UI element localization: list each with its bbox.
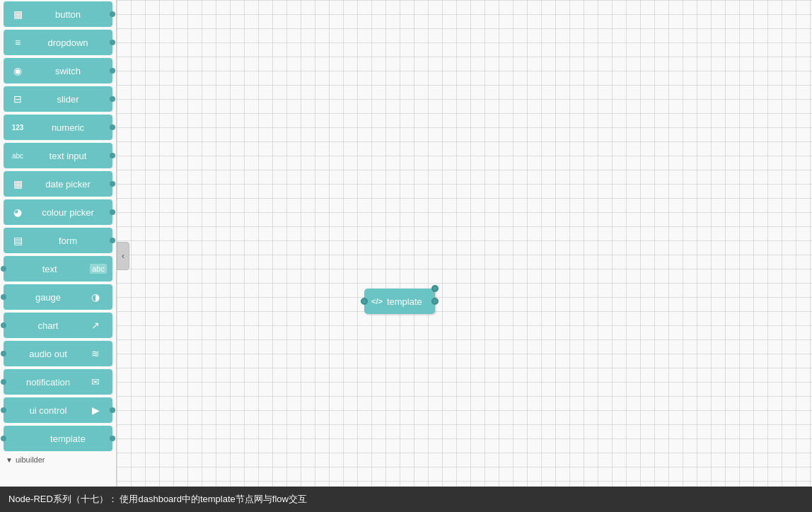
sidebar-item-chart[interactable]: chart ↗ (4, 313, 112, 338)
canvas-template-port-top-right[interactable] (431, 285, 439, 292)
gauge-label: gauge (9, 292, 87, 303)
gauge-port-left (1, 294, 6, 300)
switch-label: switch (29, 66, 107, 76)
numeric-label: numeric (29, 122, 107, 133)
audio-out-icon: ≋ (87, 345, 104, 362)
gauge-icon: ◑ (87, 289, 104, 306)
switch-port-right (110, 68, 115, 74)
sidebar-template-port-right (110, 436, 115, 441)
audio-out-label: audio out (9, 349, 87, 359)
text-input-icon: abc (9, 147, 26, 164)
bottom-bar: Node-RED系列（十七）： 使用dashboard中的template节点网… (0, 487, 812, 512)
canvas-template-port-right[interactable] (431, 298, 439, 305)
canvas[interactable]: </> template (117, 0, 812, 487)
text-label: text (9, 264, 90, 274)
sidebar-template-icon (9, 430, 26, 447)
sidebar-item-text-input[interactable]: abc text input (4, 143, 112, 168)
uibuilder-section-label: uibuilder (16, 455, 45, 464)
ui-control-port-left (1, 407, 6, 413)
text-input-port-right (110, 153, 115, 158)
switch-icon: ◉ (9, 62, 26, 79)
sidebar-collapse-button[interactable]: ‹ (117, 242, 129, 270)
button-port-right (110, 11, 115, 17)
slider-port-right (110, 96, 115, 102)
dropdown-port-right (110, 40, 115, 45)
bottom-bar-text: Node-RED系列（十七）： 使用dashboard中的template节点网… (8, 493, 307, 506)
sidebar-item-gauge[interactable]: gauge ◑ (4, 284, 112, 310)
colour-picker-label: colour picker (29, 207, 107, 218)
sidebar-item-ui-control[interactable]: ui control ▶ (4, 397, 112, 423)
text-badge: abc (90, 264, 107, 274)
notification-port-left (1, 379, 6, 385)
notification-label: notification (9, 377, 87, 388)
audio-out-port-left (1, 351, 6, 356)
sidebar-item-notification[interactable]: notification ✉ (4, 369, 112, 395)
slider-label: slider (29, 94, 107, 105)
sidebar-template-port-left (1, 436, 6, 441)
ui-control-label: ui control (9, 405, 87, 416)
colour-picker-icon: ◕ (9, 204, 26, 221)
canvas-container: </> template (117, 0, 812, 487)
form-icon: ▤ (9, 232, 26, 249)
button-label: button (29, 9, 107, 20)
text-port-left (1, 266, 6, 272)
date-picker-port-right (110, 181, 115, 187)
date-picker-label: date picker (29, 179, 107, 190)
ui-control-icon: ▶ (87, 402, 104, 419)
numeric-icon: 123 (9, 119, 26, 136)
sidebar-item-text[interactable]: text abc (4, 256, 112, 281)
sidebar-item-date-picker[interactable]: ▦ date picker (4, 171, 112, 197)
sidebar-section-uibuilder[interactable]: ▼ uibuilder (0, 453, 116, 467)
dropdown-label: dropdown (29, 37, 107, 48)
sidebar-item-button[interactable]: ▦ button (4, 1, 112, 27)
form-port-right (110, 238, 115, 243)
sidebar-item-dropdown[interactable]: ≡ dropdown (4, 30, 112, 55)
sidebar-template-label: template (29, 434, 107, 444)
uibuilder-chevron-icon: ▼ (6, 456, 13, 464)
sidebar: ▦ button ≡ dropdown ◉ switch ⊟ slider 12… (0, 0, 117, 487)
canvas-node-template[interactable]: </> template (364, 289, 435, 314)
ui-control-port-right (110, 407, 115, 413)
sidebar-item-form[interactable]: ▤ form (4, 228, 112, 253)
main-area: ▦ button ≡ dropdown ◉ switch ⊟ slider 12… (0, 0, 812, 487)
colour-picker-port-right (110, 209, 115, 215)
sidebar-item-audio-out[interactable]: audio out ≋ (4, 341, 112, 366)
sidebar-item-slider[interactable]: ⊟ slider (4, 86, 112, 112)
slider-icon: ⊟ (9, 91, 26, 107)
date-picker-icon: ▦ (9, 175, 26, 192)
canvas-template-label: template (387, 296, 422, 307)
sidebar-item-switch[interactable]: ◉ switch (4, 58, 112, 83)
sidebar-item-template[interactable]: template (4, 426, 112, 451)
canvas-template-icon: </> (371, 297, 383, 306)
button-icon: ▦ (9, 6, 26, 23)
notification-icon: ✉ (87, 373, 104, 390)
numeric-port-right (110, 124, 115, 130)
canvas-template-port-left[interactable] (361, 298, 368, 305)
chart-icon: ↗ (87, 317, 104, 334)
dropdown-icon: ≡ (9, 34, 26, 51)
sidebar-item-numeric[interactable]: 123 numeric (4, 115, 112, 140)
form-label: form (29, 235, 107, 246)
text-input-label: text input (29, 151, 107, 161)
collapse-icon: ‹ (122, 251, 124, 261)
chart-label: chart (9, 320, 87, 331)
sidebar-item-colour-picker[interactable]: ◕ colour picker (4, 199, 112, 225)
chart-port-left (1, 322, 6, 328)
